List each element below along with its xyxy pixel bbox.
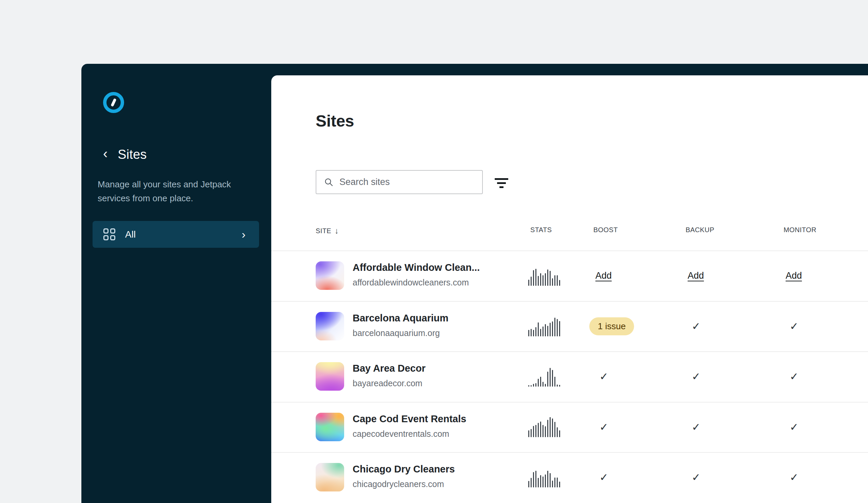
site-domain: bayareadecor.com [353, 379, 423, 388]
sidebar-title: Sites [118, 146, 146, 163]
table-row[interactable]: Bay Area Decor bayareadecor.com ✓ ✓ ✓ [271, 351, 868, 402]
site-domain: chicagodrycleaners.com [353, 479, 444, 489]
boost-cell: 1 issue [593, 301, 675, 352]
sidebar-item-all[interactable]: All › [93, 221, 259, 248]
site-name[interactable]: Bay Area Decor [353, 363, 425, 374]
boost-cell: ✓ [593, 402, 675, 452]
back-chevron-icon[interactable]: ‹ [103, 145, 107, 162]
sort-desc-icon: ↓ [335, 226, 339, 235]
boost-cell: Add [593, 251, 675, 301]
check-icon: ✓ [790, 471, 798, 484]
site-name[interactable]: Barcelona Aquarium [353, 313, 448, 324]
jetpack-logo-slash [111, 98, 116, 107]
site-domain: barcelonaaquarium.org [353, 328, 440, 338]
column-header-site[interactable]: SITE ↓ [316, 226, 339, 235]
monitor-cell: ✓ [784, 452, 865, 503]
check-icon: ✓ [692, 471, 701, 484]
sidebar-description: Manage all your sites and Jetpack servic… [98, 178, 244, 205]
table-header: SITE ↓ STATS BOOST BACKUP MONITOR [271, 226, 868, 240]
backup-cell: Add [685, 251, 767, 301]
check-icon: ✓ [790, 421, 798, 433]
sidebar-header: ‹ Sites [103, 146, 147, 163]
monitor-add-link[interactable]: Add [786, 271, 802, 281]
check-icon: ✓ [692, 370, 701, 383]
column-header-backup[interactable]: BACKUP [685, 226, 714, 234]
backup-add-link[interactable]: Add [688, 271, 704, 281]
content-card: Sites SITE ↓ STATS BOOST BACKUP MONITOR … [271, 76, 868, 503]
check-icon: ✓ [599, 370, 608, 383]
check-icon: ✓ [692, 320, 701, 333]
boost-cell: ✓ [593, 452, 675, 503]
column-header-monitor[interactable]: MONITOR [784, 226, 816, 234]
stats-sparkline[interactable] [528, 466, 562, 487]
monitor-cell: ✓ [784, 301, 865, 352]
stats-sparkline[interactable] [528, 264, 562, 286]
stats-sparkline[interactable] [528, 315, 562, 336]
table-row[interactable]: Cape Cod Event Rentals capecodeventrenta… [271, 402, 868, 452]
site-favicon [316, 261, 344, 290]
check-icon: ✓ [790, 320, 798, 333]
check-icon: ✓ [599, 421, 608, 433]
site-favicon [316, 413, 344, 441]
issue-badge[interactable]: 1 issue [589, 317, 634, 335]
grid-icon [103, 229, 115, 240]
monitor-cell: ✓ [784, 402, 865, 452]
site-favicon [316, 312, 344, 340]
search-icon [324, 177, 334, 187]
search-box [316, 170, 483, 194]
backup-cell: ✓ [685, 351, 767, 402]
site-name[interactable]: Cape Cod Event Rentals [353, 413, 466, 425]
site-domain: capecodeventrentals.com [353, 429, 449, 439]
search-input[interactable] [339, 177, 475, 187]
backup-cell: ✓ [685, 301, 767, 352]
site-favicon [316, 362, 344, 391]
site-domain: affordablewindowcleaners.com [353, 278, 469, 288]
filter-icon [495, 178, 508, 180]
site-name[interactable]: Affordable Window Clean... [353, 262, 480, 273]
chevron-right-icon: › [242, 228, 246, 241]
site-name[interactable]: Chicago Dry Cleaners [353, 464, 455, 475]
filter-button[interactable] [494, 176, 509, 190]
table-row[interactable]: Barcelona Aquarium barcelonaaquarium.org… [271, 301, 868, 352]
check-icon: ✓ [599, 471, 608, 484]
boost-add-link[interactable]: Add [596, 271, 612, 281]
check-icon: ✓ [692, 421, 701, 433]
column-header-stats[interactable]: STATS [530, 226, 552, 234]
sidebar-item-label: All [125, 229, 136, 240]
boost-cell: ✓ [593, 351, 675, 402]
table-row[interactable]: Chicago Dry Cleaners chicagodrycleaners.… [271, 452, 868, 503]
backup-cell: ✓ [685, 402, 767, 452]
table-row[interactable]: Affordable Window Clean... affordablewin… [271, 251, 868, 301]
check-icon: ✓ [790, 370, 798, 383]
page-title: Sites [316, 111, 354, 131]
stats-sparkline[interactable] [528, 365, 562, 386]
jetpack-logo-icon [103, 92, 124, 113]
sidebar: ‹ Sites Manage all your sites and Jetpac… [81, 64, 271, 503]
stats-sparkline[interactable] [528, 415, 562, 437]
backup-cell: ✓ [685, 452, 767, 503]
monitor-cell: Add [784, 251, 865, 301]
column-header-boost[interactable]: BOOST [593, 226, 618, 234]
site-favicon [316, 463, 344, 492]
monitor-cell: ✓ [784, 351, 865, 402]
